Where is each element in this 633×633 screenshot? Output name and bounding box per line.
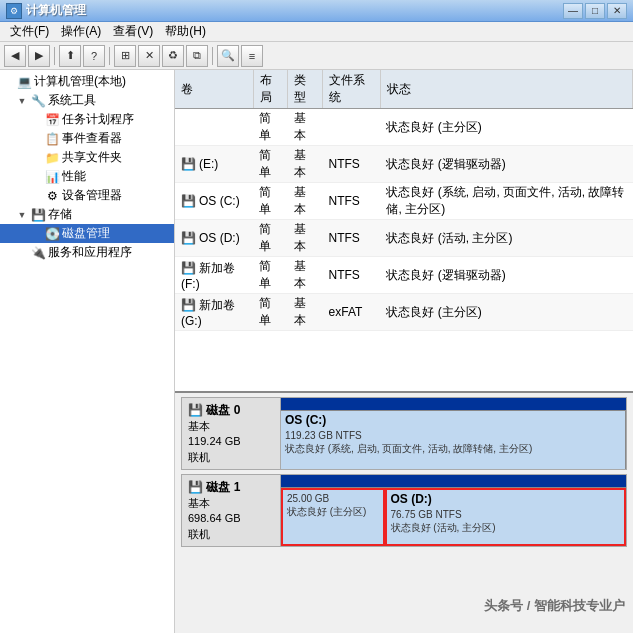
tree-item-1[interactable]: ▼🔧系统工具 [0, 91, 174, 110]
table-row-2[interactable]: 💾OS (C:)简单基本NTFS状态良好 (系统, 启动, 页面文件, 活动, … [175, 183, 633, 220]
tree-item-3[interactable]: 📋事件查看器 [0, 129, 174, 148]
cell-1-3: NTFS [323, 146, 381, 183]
tree-expand-icon-7: ▼ [14, 207, 30, 223]
tree-expand-icon-5 [28, 169, 44, 185]
tree-item-5[interactable]: 📊性能 [0, 167, 174, 186]
disk-partitions-1: 25.00 GB状态良好 (主分区)OS (D:)76.75 GB NTFS状态… [281, 487, 626, 546]
partition-0-0[interactable]: OS (C:)119.23 GB NTFS状态良好 (系统, 启动, 页面文件,… [281, 411, 626, 469]
cell-4-1: 简单 [253, 257, 288, 294]
cell-4-0: 💾新加卷 (F:) [175, 257, 253, 294]
cell-3-3: NTFS [323, 220, 381, 257]
cell-3-4: 状态良好 (活动, 主分区) [380, 220, 632, 257]
tree-item-2[interactable]: 📅任务计划程序 [0, 110, 174, 129]
tree-item-6[interactable]: ⚙设备管理器 [0, 186, 174, 205]
tree-node-label-4: 共享文件夹 [62, 149, 122, 166]
tree-node-icon-0: 💻 [16, 74, 32, 90]
col-header-卷: 卷 [175, 70, 253, 109]
tree-item-8[interactable]: 💽磁盘管理 [0, 224, 174, 243]
maximize-button[interactable]: □ [585, 3, 605, 19]
cell-3-2: 基本 [288, 220, 323, 257]
close-button[interactable]: ✕ [607, 3, 627, 19]
tree-item-0[interactable]: 💻计算机管理(本地) [0, 72, 174, 91]
tree-node-icon-5: 📊 [44, 169, 60, 185]
tree-node-icon-8: 💽 [44, 226, 60, 242]
tree-node-label-3: 事件查看器 [62, 130, 122, 147]
cell-5-1: 简单 [253, 294, 288, 331]
left-panel: 💻计算机管理(本地)▼🔧系统工具📅任务计划程序📋事件查看器📁共享文件夹📊性能⚙设… [0, 70, 175, 633]
up-button[interactable]: ⬆ [59, 45, 81, 67]
cell-0-2: 基本 [288, 109, 323, 146]
tree-node-icon-7: 💾 [30, 207, 46, 223]
col-header-文件系统: 文件系统 [323, 70, 381, 109]
right-panel: 卷布局类型文件系统状态 简单基本状态良好 (主分区)💾(E:)简单基本NTFS状… [175, 70, 633, 633]
delete-button[interactable]: ✕ [138, 45, 160, 67]
disk-bar-header-0 [281, 398, 626, 410]
cell-1-1: 简单 [253, 146, 288, 183]
col-header-类型: 类型 [288, 70, 323, 109]
table-row-4[interactable]: 💾新加卷 (F:)简单基本NTFS状态良好 (逻辑驱动器) [175, 257, 633, 294]
menu-item-帮助H[interactable]: 帮助(H) [159, 21, 212, 42]
tree-node-icon-1: 🔧 [30, 93, 46, 109]
title-bar: ⚙ 计算机管理 — □ ✕ [0, 0, 633, 22]
disk-info-1: 💾 磁盘 1基本698.64 GB联机 [181, 474, 281, 547]
tree-expand-icon-0 [0, 74, 16, 90]
cell-2-1: 简单 [253, 183, 288, 220]
search-button[interactable]: 🔍 [217, 45, 239, 67]
tree-expand-icon-9 [14, 245, 30, 261]
tree-node-label-0: 计算机管理(本地) [34, 73, 126, 90]
partition-1-0[interactable]: 25.00 GB状态良好 (主分区) [281, 488, 385, 546]
cell-2-4: 状态良好 (系统, 启动, 页面文件, 活动, 故障转储, 主分区) [380, 183, 632, 220]
volume-table-area: 卷布局类型文件系统状态 简单基本状态良好 (主分区)💾(E:)简单基本NTFS状… [175, 70, 633, 393]
tree-node-label-9: 服务和应用程序 [48, 244, 132, 261]
disk-entry-1: 💾 磁盘 1基本698.64 GB联机25.00 GB状态良好 (主分区)OS … [181, 474, 627, 547]
refresh-button[interactable]: ♻ [162, 45, 184, 67]
tree-node-icon-2: 📅 [44, 112, 60, 128]
cell-5-2: 基本 [288, 294, 323, 331]
cell-5-4: 状态良好 (主分区) [380, 294, 632, 331]
disk-entry-0: 💾 磁盘 0基本119.24 GB联机OS (C:)119.23 GB NTFS… [181, 397, 627, 470]
app-icon: ⚙ [6, 3, 22, 19]
col-header-状态: 状态 [380, 70, 632, 109]
menu-item-文件F[interactable]: 文件(F) [4, 21, 55, 42]
tree-node-icon-4: 📁 [44, 150, 60, 166]
forward-button[interactable]: ▶ [28, 45, 50, 67]
cell-2-0: 💾OS (C:) [175, 183, 253, 220]
tree-node-label-2: 任务计划程序 [62, 111, 134, 128]
tree-expand-icon-4 [28, 150, 44, 166]
menu-button[interactable]: ≡ [241, 45, 263, 67]
cell-5-3: exFAT [323, 294, 381, 331]
cell-2-2: 基本 [288, 183, 323, 220]
cell-0-3 [323, 109, 381, 146]
tree-node-label-7: 存储 [48, 206, 72, 223]
tree-item-4[interactable]: 📁共享文件夹 [0, 148, 174, 167]
tree-item-7[interactable]: ▼💾存储 [0, 205, 174, 224]
table-row-1[interactable]: 💾(E:)简单基本NTFS状态良好 (逻辑驱动器) [175, 146, 633, 183]
cell-2-3: NTFS [323, 183, 381, 220]
table-row-5[interactable]: 💾新加卷 (G:)简单基本exFAT状态良好 (主分区) [175, 294, 633, 331]
col-header-布局: 布局 [253, 70, 288, 109]
tree-node-label-8: 磁盘管理 [62, 225, 110, 242]
table-row-3[interactable]: 💾OS (D:)简单基本NTFS状态良好 (活动, 主分区) [175, 220, 633, 257]
tree-node-icon-9: 🔌 [30, 245, 46, 261]
cell-1-2: 基本 [288, 146, 323, 183]
minimize-button[interactable]: — [563, 3, 583, 19]
add-button[interactable]: ⊞ [114, 45, 136, 67]
partition-1-1[interactable]: OS (D:)76.75 GB NTFS状态良好 (活动, 主分区) [385, 488, 627, 546]
tree-item-9[interactable]: 🔌服务和应用程序 [0, 243, 174, 262]
table-row-0[interactable]: 简单基本状态良好 (主分区) [175, 109, 633, 146]
toolbar-separator-2 [109, 47, 110, 65]
export-button[interactable]: ⧉ [186, 45, 208, 67]
menu-item-操作A[interactable]: 操作(A) [55, 21, 107, 42]
help-button[interactable]: ? [83, 45, 105, 67]
cell-3-1: 简单 [253, 220, 288, 257]
disk-info-0: 💾 磁盘 0基本119.24 GB联机 [181, 397, 281, 470]
tree-expand-icon-2 [28, 112, 44, 128]
tree-node-label-6: 设备管理器 [62, 187, 122, 204]
cell-1-4: 状态良好 (逻辑驱动器) [380, 146, 632, 183]
tree-expand-icon-8 [28, 226, 44, 242]
tree-expand-icon-6 [28, 188, 44, 204]
menu-item-查看V[interactable]: 查看(V) [107, 21, 159, 42]
back-button[interactable]: ◀ [4, 45, 26, 67]
tree-expand-icon-3 [28, 131, 44, 147]
cell-4-3: NTFS [323, 257, 381, 294]
